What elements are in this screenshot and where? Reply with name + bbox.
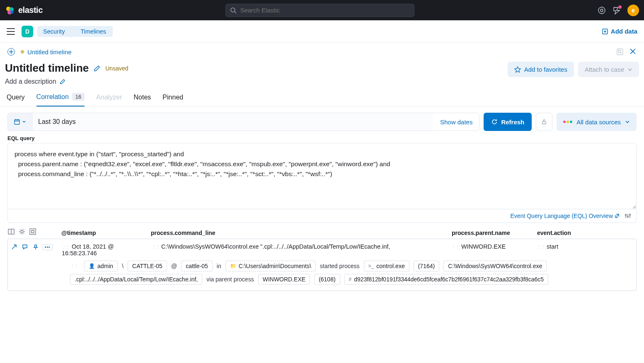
edit-description-icon[interactable]: [60, 79, 65, 85]
chevron-down-icon: [625, 119, 630, 124]
cell-command-line[interactable]: ⋮⋮C:\Windows\SysWOW64\control.exe ".cpl:…: [151, 243, 451, 250]
eql-query-input[interactable]: process where event.type in ("start", "p…: [7, 143, 637, 209]
pill-host-lower[interactable]: cattle-05: [181, 261, 213, 271]
drag-handle-icon[interactable]: ⋮⋮: [70, 264, 78, 269]
data-sources-button[interactable]: All data sources: [557, 113, 637, 131]
cell-timestamp[interactable]: ⋮⋮Oct 18, 2021 @ 16:58:23.746: [62, 243, 151, 257]
chevron-down-icon: [627, 67, 632, 72]
add-data-icon: [602, 28, 608, 35]
plus-icon: [9, 50, 13, 54]
notification-dot: [618, 5, 622, 9]
global-search[interactable]: [225, 4, 414, 17]
description-placeholder[interactable]: Add a description: [5, 78, 56, 85]
page-title: Untitled timeline: [5, 62, 89, 75]
gear-icon[interactable]: [18, 228, 26, 235]
newsfeed-icon[interactable]: [613, 6, 621, 15]
new-timeline-button[interactable]: [7, 48, 15, 56]
drag-handle-icon[interactable]: ⋮⋮: [151, 244, 160, 249]
eql-overview-link[interactable]: Event Query Language (EQL) Overview: [511, 213, 620, 219]
fullscreen-icon[interactable]: [29, 228, 36, 235]
elastic-logo-icon: [5, 5, 15, 15]
eql-settings-icon[interactable]: [625, 213, 631, 219]
pill-host-upper[interactable]: CATTLE-05: [128, 261, 167, 271]
pin-event-icon[interactable]: [32, 243, 39, 251]
svg-rect-13: [617, 49, 623, 55]
pill-process-args[interactable]: .cpl:../../../AppData/Local/Temp/Low/IEc…: [70, 274, 202, 285]
calendar-icon: [14, 119, 20, 125]
timeline-tab[interactable]: Untitled timeline: [21, 48, 72, 56]
svg-rect-18: [15, 120, 19, 124]
date-range-text[interactable]: Last 30 days: [32, 113, 433, 131]
help-icon[interactable]: [598, 6, 606, 15]
svg-rect-32: [30, 229, 36, 235]
refresh-button[interactable]: Refresh: [484, 113, 532, 131]
nav-toggle-icon[interactable]: [7, 28, 15, 35]
th-event-action[interactable]: event.action: [537, 230, 637, 236]
page-header: Untitled timeline Unsaved Add a descript…: [0, 56, 644, 85]
hash-icon: #: [349, 276, 352, 282]
tab-correlation[interactable]: Correlation 16: [36, 93, 85, 106]
event-detail-renderer: ⋮⋮ 👤admin \ CATTLE-05 @ cattle-05 in 📁C:…: [8, 257, 636, 285]
th-timestamp[interactable]: @timestamp: [61, 230, 151, 236]
more-actions-icon[interactable]: •••: [43, 244, 53, 250]
global-search-input[interactable]: [240, 7, 410, 14]
query-bar: Last 30 days Show dates Refresh All data…: [0, 107, 644, 131]
attach-to-case-button[interactable]: Attach to case: [578, 62, 639, 77]
table-row: ••• ⋮⋮Oct 18, 2021 @ 16:58:23.746 ⋮⋮C:\W…: [7, 239, 637, 291]
th-parent-name[interactable]: process.parent.name: [452, 230, 537, 236]
lock-date-button[interactable]: [536, 113, 552, 131]
svg-line-15: [620, 52, 622, 53]
refresh-icon: [491, 119, 498, 125]
eql-label: EQL query: [7, 135, 637, 141]
pill-process-path[interactable]: C:\Windows\SysWOW64\control.exe: [443, 261, 547, 271]
th-command-line[interactable]: process.command_line: [151, 230, 452, 236]
breadcrumb-security[interactable]: Security: [37, 26, 71, 37]
global-header: elastic e: [0, 0, 644, 20]
add-to-favorites-button[interactable]: Add to favorites: [508, 62, 574, 77]
elastic-wordmark: elastic: [18, 5, 43, 15]
pill-working-dir[interactable]: 📁C:\Users\admin\Documents\: [225, 261, 316, 271]
space-selector[interactable]: D: [22, 26, 33, 37]
timeline-tabbar: Untitled timeline: [0, 43, 644, 56]
pill-parent-process[interactable]: WINWORD.EXE: [258, 274, 310, 285]
drag-handle-icon[interactable]: ⋮⋮: [451, 244, 460, 249]
tab-query[interactable]: Query: [7, 93, 25, 106]
close-icon[interactable]: [629, 48, 637, 55]
app-header: D Security Timelines Add data: [0, 20, 644, 43]
cell-event-action[interactable]: ⋮⋮start: [537, 243, 636, 250]
breadcrumb-timelines[interactable]: Timelines: [71, 26, 113, 37]
tab-pinned[interactable]: Pinned: [162, 93, 183, 106]
svg-point-26: [625, 215, 627, 216]
svg-rect-22: [542, 121, 546, 124]
add-note-icon[interactable]: [21, 243, 29, 251]
columns-icon[interactable]: [7, 228, 15, 235]
cell-parent-name[interactable]: ⋮⋮WINWORD.EXE: [451, 243, 537, 250]
pill-parent-pid[interactable]: (6108): [314, 274, 340, 285]
pill-pid[interactable]: (7164): [414, 261, 439, 271]
save-status: Unsaved: [105, 65, 128, 72]
timeline-tabs: Query Correlation 16 Analyzer Notes Pinn…: [0, 85, 644, 107]
sources-icon: [563, 121, 572, 123]
results-table: @timestamp process.command_line process.…: [0, 223, 644, 298]
drag-handle-icon[interactable]: ⋮⋮: [537, 244, 545, 249]
add-data-button[interactable]: Add data: [602, 28, 637, 35]
folder-icon: 📁: [230, 263, 236, 269]
svg-line-5: [235, 12, 236, 13]
pill-user[interactable]: 👤admin: [84, 261, 118, 271]
expand-row-icon[interactable]: [10, 243, 18, 251]
search-icon: [230, 7, 237, 14]
user-avatar[interactable]: e: [627, 5, 639, 16]
edit-title-icon[interactable]: [94, 65, 100, 72]
eql-section: EQL query process where event.type in ("…: [0, 131, 644, 223]
show-dates-button[interactable]: Show dates: [433, 113, 479, 131]
pill-process-name[interactable]: >_control.exe: [364, 261, 409, 271]
pill-hash[interactable]: #d923f812bf0191f3344de6cd5fceaf6c7b2f696…: [344, 274, 548, 285]
elastic-logo[interactable]: elastic: [5, 5, 43, 15]
correlation-count-badge: 16: [72, 93, 85, 101]
chevron-down-icon: [22, 120, 26, 124]
date-quick-select-button[interactable]: [8, 113, 32, 131]
inspect-icon[interactable]: [616, 48, 624, 56]
tab-notes[interactable]: Notes: [134, 93, 151, 106]
svg-point-4: [231, 8, 235, 12]
drag-handle-icon[interactable]: ⋮⋮: [62, 244, 70, 249]
